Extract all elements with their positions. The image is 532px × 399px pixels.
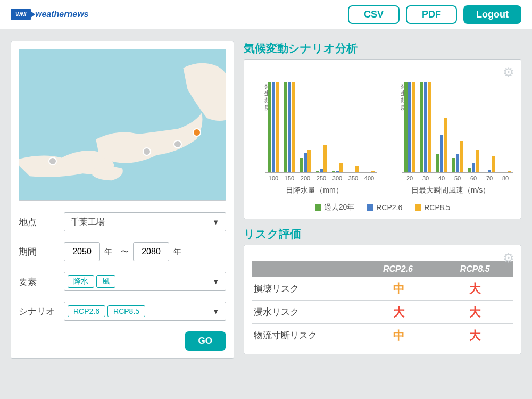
bar <box>456 154 459 172</box>
risk-label: 物流寸断リスク <box>252 329 361 342</box>
logo: WNI weathernews <box>11 9 88 20</box>
bar <box>332 171 335 172</box>
bar <box>488 170 491 172</box>
bar <box>307 150 311 173</box>
risk-value: 大 <box>437 281 513 297</box>
bar <box>336 171 339 172</box>
bar <box>424 82 427 172</box>
location-label: 地点 <box>19 216 64 228</box>
risk-label: 損壊リスク <box>252 282 361 295</box>
x-tick: 70 <box>481 173 497 181</box>
x-axis-label: 日最大瞬間風速（m/s） <box>388 186 513 195</box>
bar <box>355 166 359 172</box>
bar <box>272 82 275 172</box>
bar <box>292 82 295 172</box>
scenario-tag: RCP8.5 <box>107 305 145 317</box>
bar-chart: 発生頻度20304050607080日最大瞬間風速（m/s） <box>388 66 513 195</box>
bar <box>412 82 415 172</box>
bar <box>284 82 287 172</box>
bar <box>492 156 495 172</box>
element-label: 要素 <box>19 276 64 288</box>
risk-row: 物流寸断リスク中大 <box>252 324 513 347</box>
bar <box>371 171 375 172</box>
bar <box>460 141 463 173</box>
bar <box>404 82 408 172</box>
element-select[interactable]: 降水 風 <box>64 272 226 291</box>
bar <box>420 82 423 172</box>
scenario-select[interactable]: RCP2.6 RCP8.5 <box>64 302 226 321</box>
year-suffix: 年 <box>173 247 181 257</box>
x-tick: 100 <box>265 173 281 181</box>
x-tick: 200 <box>297 173 313 181</box>
risk-value: 大 <box>361 304 437 320</box>
risk-value: 中 <box>361 281 437 297</box>
year-from-input[interactable] <box>64 242 100 261</box>
element-tag: 降水 <box>68 275 94 288</box>
x-tick: 50 <box>450 173 466 181</box>
x-tick: 20 <box>402 173 418 181</box>
bar <box>276 82 279 172</box>
csv-button[interactable]: CSV <box>348 5 400 24</box>
year-suffix: 年 <box>104 247 112 257</box>
x-tick: 60 <box>466 173 481 181</box>
gear-icon[interactable]: ⚙ <box>503 251 514 265</box>
x-tick: 150 <box>281 173 297 181</box>
x-tick: 300 <box>329 173 345 181</box>
bar <box>316 171 319 172</box>
bar <box>300 158 303 172</box>
scenario-tag: RCP2.6 <box>68 305 105 317</box>
location-select[interactable]: 千葉工場 <box>64 212 226 231</box>
bar <box>476 150 479 173</box>
map-marker[interactable] <box>48 157 57 165</box>
chart-legend: 過去20年 RCP2.6 RCP8.5 <box>252 203 513 212</box>
x-tick: 80 <box>497 173 513 181</box>
bar <box>268 82 271 172</box>
risk-card: ⚙ RCP2.6 RCP8.5 損壊リスク中大浸水リスク大大物流寸断リスク中大 <box>244 245 521 354</box>
risk-row: 損壊リスク中大 <box>252 277 513 301</box>
x-tick: 30 <box>418 173 434 181</box>
x-tick: 40 <box>434 173 450 181</box>
bar <box>508 171 511 172</box>
map-marker[interactable] <box>173 140 182 148</box>
logout-button[interactable]: Logout <box>463 5 521 24</box>
x-axis-label: 日降水量（mm） <box>252 186 377 195</box>
pdf-button[interactable]: PDF <box>406 5 457 24</box>
bar <box>444 118 447 172</box>
scenario-label: シナリオ <box>19 305 64 318</box>
period-label: 期間 <box>19 246 64 258</box>
logo-mark: WNI <box>11 9 31 20</box>
bar <box>408 82 411 172</box>
x-tick: 400 <box>361 173 377 181</box>
risk-value: 中 <box>361 328 437 344</box>
bar <box>428 82 431 172</box>
element-tag: 風 <box>96 275 115 288</box>
logo-text: weathernews <box>35 10 88 19</box>
bar-chart: 発生頻度100150200250300350400日降水量（mm） <box>252 66 377 195</box>
bar <box>304 153 307 172</box>
control-panel: 地点 千葉工場 期間 年 〜 年 要素 降水 風 シナリオ <box>11 41 234 359</box>
bar <box>339 163 343 172</box>
bar <box>320 169 323 172</box>
bar <box>288 82 291 172</box>
bar <box>323 145 327 172</box>
go-button[interactable]: GO <box>185 331 226 351</box>
bar <box>452 158 455 172</box>
analysis-title: 気候変動シナリオ分析 <box>244 41 521 56</box>
header: WNI weathernews CSV PDF Logout <box>0 0 532 29</box>
x-tick: 250 <box>313 173 329 181</box>
bar <box>440 135 443 172</box>
risk-title: リスク評価 <box>244 227 521 242</box>
risk-row: 浸水リスク大大 <box>252 301 513 324</box>
range-separator: 〜 <box>121 247 129 257</box>
risk-label: 浸水リスク <box>252 306 361 318</box>
bar <box>436 154 439 172</box>
map[interactable] <box>19 49 226 201</box>
bar <box>468 168 471 173</box>
year-to-input[interactable] <box>133 242 169 261</box>
risk-table-head: RCP2.6 RCP8.5 <box>252 261 513 277</box>
map-marker[interactable] <box>143 147 151 156</box>
x-tick: 350 <box>345 173 361 181</box>
risk-value: 大 <box>437 328 513 344</box>
map-marker-selected[interactable] <box>193 128 201 137</box>
bar <box>472 163 475 172</box>
